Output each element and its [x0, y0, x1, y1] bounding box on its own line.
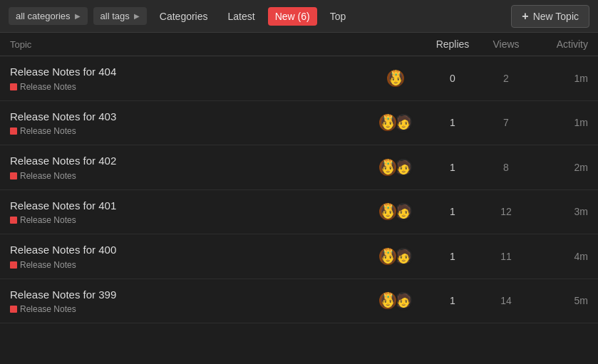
- activity-cell: 5m: [531, 295, 588, 306]
- topic-title: Release Notes for 400: [10, 243, 367, 257]
- posters-cell: 🧑🧑: [367, 157, 424, 177]
- latest-nav-link[interactable]: Latest: [221, 7, 262, 26]
- all-categories-dropdown[interactable]: all categories ▶: [9, 7, 88, 25]
- replies-column-header: Replies: [424, 38, 481, 50]
- all-categories-label: all categories: [16, 11, 71, 21]
- views-cell: 12: [481, 206, 531, 217]
- avatar-op: 🧑: [378, 202, 398, 222]
- replies-cell: 1: [424, 162, 481, 173]
- table-row[interactable]: Release Notes for 404 Release Notes 🧑 0 …: [0, 56, 598, 101]
- new-nav-link[interactable]: New (6): [268, 7, 317, 26]
- categories-nav-link[interactable]: Categories: [153, 7, 215, 26]
- topic-info: Release Notes for 399 Release Notes: [10, 288, 367, 315]
- topic-info: Release Notes for 400 Release Notes: [10, 243, 367, 270]
- posters-cell: 🧑🧑: [367, 246, 424, 266]
- avatar-op: 🧑: [378, 157, 398, 177]
- new-topic-label: New Topic: [533, 11, 579, 22]
- categories-arrow-icon: ▶: [75, 12, 81, 20]
- activity-cell: 3m: [531, 206, 588, 217]
- topic-title: Release Notes for 402: [10, 154, 367, 168]
- views-column-header: Views: [481, 38, 531, 50]
- posters-cell: 🧑🧑: [367, 202, 424, 222]
- activity-cell: 2m: [531, 162, 588, 173]
- category-color-dot: [10, 217, 17, 224]
- activity-cell: 4m: [531, 251, 588, 262]
- replies-cell: 0: [424, 73, 481, 84]
- topic-category: Release Notes: [10, 260, 367, 270]
- category-label: Release Notes: [20, 304, 76, 314]
- topic-info: Release Notes for 403 Release Notes: [10, 110, 367, 137]
- category-color-dot: [10, 83, 17, 90]
- topic-info: Release Notes for 404 Release Notes: [10, 65, 367, 92]
- category-label: Release Notes: [20, 126, 76, 136]
- topic-title: Release Notes for 404: [10, 65, 367, 79]
- topic-category: Release Notes: [10, 171, 367, 181]
- all-tags-label: all tags: [100, 11, 130, 21]
- activity-cell: 1m: [531, 117, 588, 128]
- table-row[interactable]: Release Notes for 399 Release Notes 🧑🧑 1…: [0, 279, 598, 324]
- topic-info: Release Notes for 402 Release Notes: [10, 154, 367, 181]
- topic-title: Release Notes for 403: [10, 110, 367, 124]
- topic-column-header: Topic: [10, 39, 367, 50]
- views-cell: 11: [481, 251, 531, 262]
- avatar-op: 🧑: [386, 68, 406, 88]
- category-color-dot: [10, 128, 17, 135]
- table-header: Topic Replies Views Activity: [0, 33, 598, 56]
- avatar-op: 🧑: [378, 246, 398, 266]
- tags-arrow-icon: ▶: [134, 12, 140, 20]
- avatar-op: 🧑: [378, 291, 398, 311]
- views-cell: 8: [481, 162, 531, 173]
- plus-icon: +: [522, 10, 528, 23]
- replies-cell: 1: [424, 117, 481, 128]
- category-label: Release Notes: [20, 260, 76, 270]
- category-color-dot: [10, 306, 17, 313]
- table-row[interactable]: Release Notes for 403 Release Notes 🧑🧑 1…: [0, 101, 598, 146]
- posters-cell: 🧑🧑: [367, 113, 424, 132]
- topic-title: Release Notes for 401: [10, 199, 367, 213]
- table-row[interactable]: Release Notes for 402 Release Notes 🧑🧑 1…: [0, 145, 598, 190]
- top-navigation: all categories ▶ all tags ▶ Categories L…: [0, 0, 598, 33]
- topic-category: Release Notes: [10, 126, 367, 136]
- replies-cell: 1: [424, 206, 481, 217]
- replies-cell: 1: [424, 295, 481, 306]
- views-cell: 14: [481, 295, 531, 306]
- topic-info: Release Notes for 401 Release Notes: [10, 199, 367, 226]
- all-tags-dropdown[interactable]: all tags ▶: [93, 7, 147, 25]
- activity-cell: 1m: [531, 73, 588, 84]
- category-color-dot: [10, 172, 17, 180]
- topic-title: Release Notes for 399: [10, 288, 367, 302]
- category-label: Release Notes: [20, 171, 76, 181]
- table-row[interactable]: Release Notes for 401 Release Notes 🧑🧑 1…: [0, 190, 598, 235]
- topic-category: Release Notes: [10, 215, 367, 225]
- views-cell: 2: [481, 73, 531, 84]
- topic-category: Release Notes: [10, 304, 367, 314]
- avatar-op: 🧑: [378, 113, 398, 132]
- top-nav-link[interactable]: Top: [323, 7, 354, 26]
- topic-category: Release Notes: [10, 82, 367, 92]
- views-cell: 7: [481, 117, 531, 128]
- replies-cell: 1: [424, 251, 481, 262]
- posters-cell: 🧑🧑: [367, 291, 424, 311]
- category-color-dot: [10, 261, 17, 269]
- activity-column-header: Activity: [531, 38, 588, 50]
- new-topic-button[interactable]: + New Topic: [511, 5, 589, 28]
- category-label: Release Notes: [20, 82, 76, 92]
- posters-cell: 🧑: [367, 68, 424, 88]
- topic-list: Release Notes for 404 Release Notes 🧑 0 …: [0, 56, 598, 323]
- category-label: Release Notes: [20, 215, 76, 225]
- table-row[interactable]: Release Notes for 400 Release Notes 🧑🧑 1…: [0, 234, 598, 279]
